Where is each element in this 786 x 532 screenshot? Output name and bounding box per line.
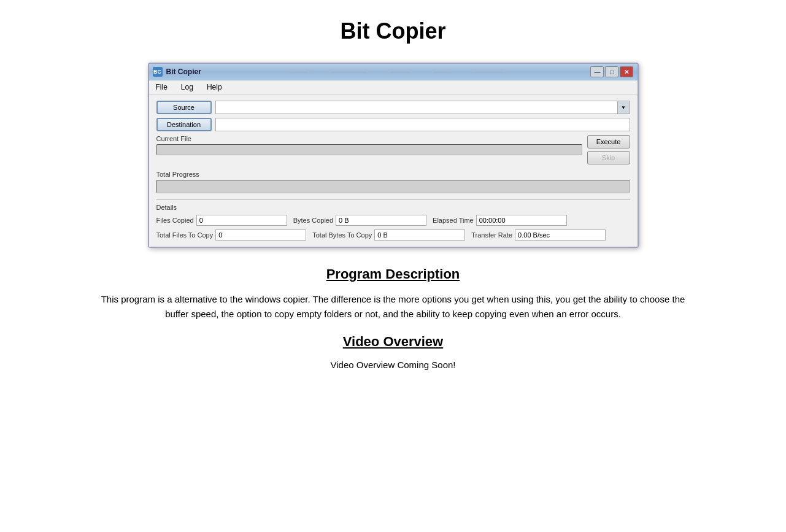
app-window: BC Bit Copier ──── ──────── ──── ──── ──… — [148, 63, 639, 248]
title-bar: BC Bit Copier ──── ──────── ──── ──── ──… — [149, 64, 638, 80]
total-files-label: Total Files To Copy — [156, 231, 214, 239]
destination-button[interactable]: Destination — [156, 118, 212, 131]
files-copied-value[interactable] — [196, 215, 287, 226]
app-window-container: BC Bit Copier ──── ──────── ──── ──── ──… — [0, 63, 786, 248]
total-bytes-item: Total Bytes To Copy — [312, 229, 465, 241]
program-description-heading: Program Description — [0, 266, 786, 282]
menu-help[interactable]: Help — [205, 82, 224, 92]
elapsed-time-value[interactable] — [476, 215, 567, 226]
source-field-wrapper: ▼ — [215, 101, 630, 114]
title-bar-left: BC Bit Copier — [153, 67, 201, 77]
transfer-rate-item: Transfer Rate — [471, 229, 606, 241]
source-button[interactable]: Source — [156, 101, 212, 114]
source-dropdown-arrow[interactable]: ▼ — [617, 101, 630, 114]
execute-button[interactable]: Execute — [587, 135, 630, 148]
video-coming-soon-text: Video Overview Coming Soon! — [0, 360, 786, 370]
bytes-copied-value[interactable] — [336, 215, 426, 226]
menu-log[interactable]: Log — [179, 82, 195, 92]
page-title: Bit Copier — [0, 0, 786, 56]
total-progress-bar — [156, 180, 630, 193]
current-file-label: Current File — [156, 135, 582, 142]
source-input[interactable] — [216, 101, 617, 114]
skip-button[interactable]: Skip — [587, 151, 630, 164]
app-icon: BC — [153, 67, 163, 77]
total-files-value[interactable] — [215, 229, 306, 241]
source-row: Source ▼ — [156, 101, 630, 114]
elapsed-time-label: Elapsed Time — [433, 217, 474, 224]
maximize-button[interactable]: □ — [605, 66, 618, 77]
transfer-rate-label: Transfer Rate — [471, 231, 512, 239]
title-bar-center: ──── ──────── ──── ──── ────── — [290, 69, 501, 75]
elapsed-time-item: Elapsed Time — [433, 215, 567, 226]
close-button[interactable]: ✕ — [620, 66, 633, 77]
files-copied-item: Files Copied — [156, 215, 287, 226]
destination-input[interactable] — [215, 118, 630, 131]
current-file-area: Current File — [156, 135, 582, 155]
total-progress-label: Total Progress — [156, 171, 630, 178]
program-description-text: This program is a alternative to the win… — [56, 292, 731, 322]
window-title: Bit Copier — [166, 67, 201, 76]
menu-bar: File Log Help — [149, 80, 638, 94]
video-overview-heading: Video Overview — [0, 334, 786, 350]
window-controls[interactable]: — □ ✕ — [590, 66, 633, 77]
menu-file[interactable]: File — [154, 82, 169, 92]
current-file-section: Current File Execute Skip — [156, 135, 630, 164]
details-grid: Files Copied Bytes Copied Elapsed Time T… — [156, 215, 630, 241]
total-bytes-label: Total Bytes To Copy — [312, 231, 372, 239]
minimize-button[interactable]: — — [590, 66, 604, 77]
app-body: Source ▼ Destination Current File Execut… — [149, 94, 638, 247]
bytes-copied-label: Bytes Copied — [293, 217, 333, 224]
bytes-copied-item: Bytes Copied — [293, 215, 426, 226]
total-progress-section: Total Progress — [156, 171, 630, 193]
details-section: Details Files Copied Bytes Copied Elapse… — [156, 199, 630, 241]
total-files-item: Total Files To Copy — [156, 229, 307, 241]
transfer-rate-value[interactable] — [515, 229, 606, 241]
destination-row: Destination — [156, 118, 630, 131]
current-file-progress-bar — [156, 144, 582, 155]
action-buttons: Execute Skip — [587, 135, 630, 164]
total-bytes-value[interactable] — [374, 229, 465, 241]
details-label: Details — [156, 204, 630, 211]
files-copied-label: Files Copied — [156, 217, 194, 224]
